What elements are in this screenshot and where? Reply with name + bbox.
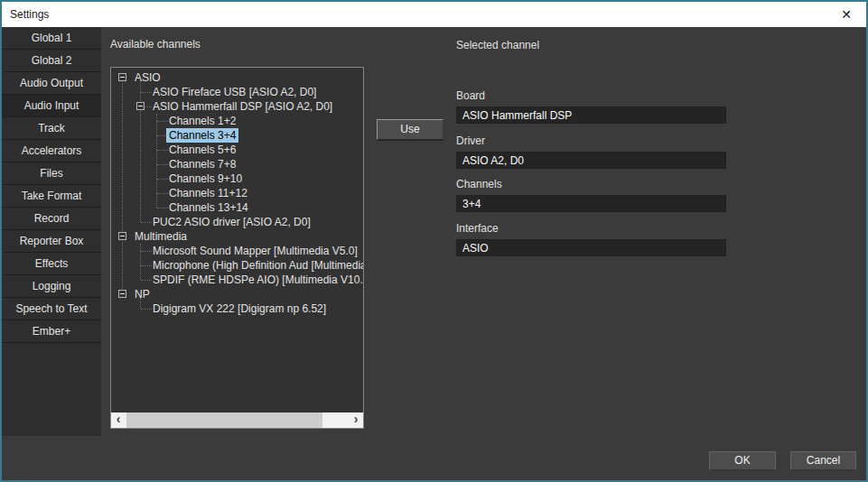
use-button[interactable]: Use xyxy=(377,119,443,140)
cancel-button[interactable]: Cancel xyxy=(790,451,856,470)
sidebar-item-global-1[interactable]: Global 1 xyxy=(2,27,101,50)
board-group: Board ASIO Hammerfall DSP xyxy=(456,89,726,124)
sidebar-item-audio-input[interactable]: Audio Input xyxy=(2,95,101,117)
interface-field[interactable]: ASIO xyxy=(456,239,726,256)
available-channels-heading: Available channels xyxy=(110,38,201,51)
channels-field[interactable]: 3+4 xyxy=(456,195,726,212)
driver-field[interactable]: ASIO A2, D0 xyxy=(456,152,726,169)
sidebar-item-logging[interactable]: Logging xyxy=(2,275,101,298)
scroll-right-icon[interactable]: › xyxy=(349,412,363,428)
tree-item-selected[interactable]: Channels 3+4 xyxy=(111,128,363,143)
tree-item[interactable]: Channels 1+2 xyxy=(111,114,363,128)
tree-item[interactable]: ASIO Hammerfall DSP [ASIO A2, D0] xyxy=(111,99,363,114)
selected-channel-heading: Selected channel xyxy=(456,39,539,51)
scrollbar-thumb[interactable] xyxy=(126,412,322,428)
board-label: Board xyxy=(456,89,726,102)
channels-group: Channels 3+4 xyxy=(456,178,726,212)
tree-item[interactable]: Channels 13+14 xyxy=(111,200,363,215)
ok-button[interactable]: OK xyxy=(709,451,776,470)
sidebar-item-files[interactable]: Files xyxy=(2,162,101,185)
tree-item[interactable]: Channels 11+12 xyxy=(111,186,363,200)
interface-group: Interface ASIO xyxy=(456,222,726,256)
sidebar-item-take-format[interactable]: Take Format xyxy=(2,185,101,208)
tree-item[interactable]: Channels 9+10 xyxy=(111,171,363,186)
tree-item[interactable]: ASIO Fireface USB [ASIO A2, D0] xyxy=(111,85,363,99)
sidebar-item-reporter-box[interactable]: Reporter Box xyxy=(2,230,101,253)
collapse-icon[interactable] xyxy=(118,73,126,81)
collapse-icon[interactable] xyxy=(136,102,145,110)
sidebar-item-audio-output[interactable]: Audio Output xyxy=(2,72,101,95)
tree-item[interactable]: Channels 5+6 xyxy=(111,143,363,157)
tree-item[interactable]: Microphone (High Definition Aud [Multime… xyxy=(111,258,363,273)
tree-item[interactable]: Multimedia xyxy=(111,229,363,244)
channel-tree: ASIO ASIO Fireface USB [ASIO A2, D0] ASI… xyxy=(110,67,364,429)
board-field[interactable]: ASIO Hammerfall DSP xyxy=(456,107,726,124)
settings-window: Settings ✕ Global 1 Global 2 Audio Outpu… xyxy=(0,0,868,482)
tree-item[interactable]: PUC2 ASIO driver [ASIO A2, D0] xyxy=(111,215,363,229)
tree-item[interactable]: Channels 7+8 xyxy=(111,157,363,171)
sidebar-item-record[interactable]: Record xyxy=(2,208,101,230)
sidebar-item-track[interactable]: Track xyxy=(2,117,101,140)
horizontal-scrollbar[interactable]: ‹ › xyxy=(111,412,363,428)
tree-item[interactable]: SPDIF (RME HDSPe AIO) [Multimedia V10.0] xyxy=(111,273,363,287)
sidebar-item-accelerators[interactable]: Accelerators xyxy=(2,140,101,162)
collapse-icon[interactable] xyxy=(118,232,126,240)
channels-label: Channels xyxy=(456,178,726,190)
sidebar-item-global-2[interactable]: Global 2 xyxy=(2,50,101,72)
tree-item[interactable]: Digigram VX 222 [Digigram np 6.52] xyxy=(111,301,363,316)
tree-item[interactable]: Microsoft Sound Mapper [Multimedia V5.0] xyxy=(111,244,363,258)
driver-label: Driver xyxy=(456,134,726,147)
window-title: Settings xyxy=(10,2,49,27)
close-icon[interactable]: ✕ xyxy=(832,2,861,27)
sidebar: Global 1 Global 2 Audio Output Audio Inp… xyxy=(2,27,101,436)
tree-item[interactable]: ASIO xyxy=(111,70,363,85)
interface-label: Interface xyxy=(456,222,726,235)
tree-item[interactable]: NP xyxy=(111,287,363,301)
title-bar: Settings ✕ xyxy=(2,2,866,27)
driver-group: Driver ASIO A2, D0 xyxy=(456,134,726,169)
sidebar-item-speech-to-text[interactable]: Speech to Text xyxy=(2,298,101,320)
collapse-icon[interactable] xyxy=(118,290,126,298)
scroll-left-icon[interactable]: ‹ xyxy=(111,412,126,428)
sidebar-item-ember[interactable]: Ember+ xyxy=(2,320,101,343)
sidebar-item-effects[interactable]: Effects xyxy=(2,253,101,275)
